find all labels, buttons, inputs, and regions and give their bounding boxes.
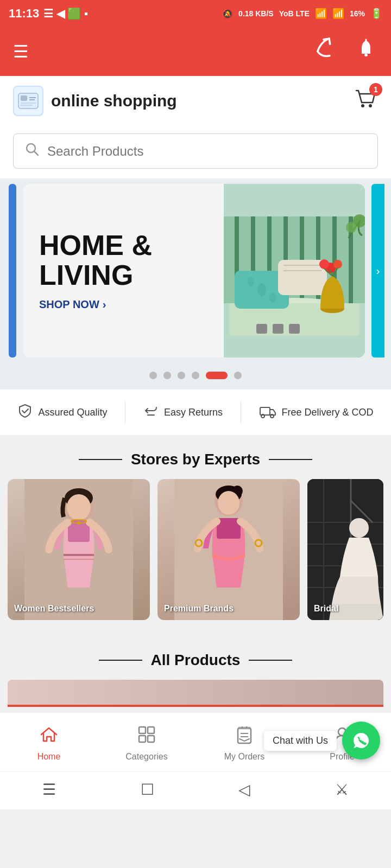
whatsapp-chat-button[interactable]: Chat with Us (342, 722, 380, 760)
store-card-1-bg (8, 479, 150, 620)
header: online shopping 1 (0, 76, 391, 126)
dot-3[interactable] (178, 372, 185, 379)
store-2-label: Premium Brands (164, 604, 234, 614)
svg-point-8 (361, 104, 364, 107)
categories-icon (137, 725, 156, 749)
home-nav-label: Home (37, 752, 61, 762)
cart-badge: 1 (369, 83, 382, 96)
banner-card-home-living[interactable]: HOME &LIVING SHOP NOW › (23, 184, 365, 358)
product-preview-bar (8, 680, 383, 707)
dot-1[interactable] (149, 372, 157, 379)
easy-returns-label: Easy Returns (164, 407, 223, 418)
svg-point-27 (269, 293, 276, 303)
status-icons: ☰ ◀ 🟩 ▪ (43, 7, 88, 20)
svg-point-52 (77, 521, 80, 525)
bell-status-icon: 🔕 (222, 9, 233, 19)
svg-rect-74 (139, 727, 146, 733)
svg-point-49 (67, 494, 91, 520)
search-container (0, 126, 391, 178)
stores-container: Women Bestsellers (0, 479, 391, 631)
svg-rect-38 (256, 324, 267, 334)
signal-icon: 📶 (315, 8, 327, 20)
svg-rect-0 (364, 54, 368, 56)
system-nav: ☰ ☐ ◁ ⚔ (0, 771, 391, 809)
delivery-truck-icon (259, 403, 276, 422)
signal-bars-icon: 📶 (332, 8, 344, 20)
whatsapp-tooltip: Chat with Us (264, 731, 337, 751)
orders-nav-label: My Orders (224, 752, 265, 762)
banner-title: HOME &LIVING (39, 231, 207, 290)
banner-cta[interactable]: SHOP NOW › (39, 298, 207, 311)
returns-icon (143, 403, 159, 422)
brand-logo (13, 86, 43, 116)
svg-point-9 (369, 104, 372, 107)
search-icon (24, 142, 40, 161)
all-products-title-text: All Products (151, 652, 241, 669)
banner-image (224, 184, 365, 358)
nav-categories[interactable]: Categories (98, 720, 195, 766)
home-icon (39, 725, 59, 749)
svg-point-34 (319, 259, 329, 269)
cart-button[interactable]: 1 (353, 86, 378, 116)
status-right: 🔕 0.18 KB/S YoB LTE 📶 📶 16% 🔋 (222, 8, 382, 20)
system-home-icon[interactable]: ☐ (141, 781, 154, 799)
title-line-right (269, 459, 312, 460)
banner-next-icon[interactable]: › (371, 184, 384, 358)
system-accessibility-icon[interactable]: ⚔ (335, 781, 349, 799)
dot-2[interactable] (163, 372, 171, 379)
dot-6[interactable] (234, 372, 242, 379)
svg-rect-40 (289, 324, 300, 334)
feature-free-delivery: Free Delivery & COD (259, 403, 374, 422)
dot-4[interactable] (192, 372, 199, 379)
svg-line-11 (34, 151, 38, 155)
svg-point-72 (349, 518, 369, 538)
battery-icon: 🔋 (370, 8, 382, 20)
status-bar: 11:13 ☰ ◀ 🟩 ▪ 🔕 0.18 KB/S YoB LTE 📶 📶 16… (0, 0, 391, 27)
battery-percent: 16% (350, 9, 365, 18)
assured-quality-label: Assured Quality (38, 407, 107, 418)
cta-arrow-icon: › (103, 298, 106, 311)
svg-point-44 (261, 414, 264, 418)
svg-rect-3 (21, 95, 27, 101)
all-products-title: All Products (0, 636, 391, 680)
feature-assured-quality: Assured Quality (17, 403, 107, 422)
dot-5-active[interactable] (206, 372, 228, 379)
svg-rect-75 (148, 727, 154, 733)
notification-bell-icon[interactable] (354, 37, 378, 66)
brand-name: online shopping (51, 92, 177, 110)
all-products-line-left (99, 660, 142, 661)
store-card-women-bestsellers[interactable]: Women Bestsellers (8, 479, 150, 620)
store-card-3-bg (307, 479, 383, 620)
svg-point-59 (218, 491, 239, 515)
store-card-bridal[interactable]: Bridal (307, 479, 383, 620)
network-kb: 0.18 KB/S (238, 9, 274, 18)
svg-point-42 (346, 222, 357, 233)
status-time: 11:13 (9, 7, 39, 21)
network-type: YoB LTE (279, 9, 310, 18)
svg-rect-77 (148, 736, 154, 742)
svg-point-45 (270, 414, 274, 418)
svg-rect-79 (238, 726, 251, 730)
system-menu-icon[interactable]: ☰ (42, 781, 56, 799)
svg-rect-39 (273, 324, 283, 334)
orders-icon (235, 725, 254, 749)
categories-nav-label: Categories (125, 752, 167, 762)
search-input[interactable] (47, 144, 367, 159)
top-nav: ☰ (0, 27, 391, 76)
hamburger-menu-icon[interactable]: ☰ (13, 41, 29, 62)
system-back-icon[interactable]: ◁ (238, 781, 250, 799)
nav-home[interactable]: Home (0, 720, 98, 766)
divider-2 (241, 401, 241, 423)
svg-rect-76 (139, 736, 146, 742)
store-card-premium-brands[interactable]: Premium Brands (157, 479, 300, 620)
all-products-section: All Products (0, 631, 391, 712)
shield-icon (17, 403, 33, 422)
store-1-label: Women Bestsellers (14, 604, 94, 614)
svg-point-33 (333, 260, 342, 269)
feature-easy-returns: Easy Returns (143, 403, 223, 422)
share-icon[interactable] (308, 33, 343, 70)
title-line-left (79, 459, 122, 460)
banner-container: HOME &LIVING SHOP NOW › (0, 178, 391, 363)
search-box[interactable] (13, 133, 378, 169)
store-card-2-bg (157, 479, 300, 620)
